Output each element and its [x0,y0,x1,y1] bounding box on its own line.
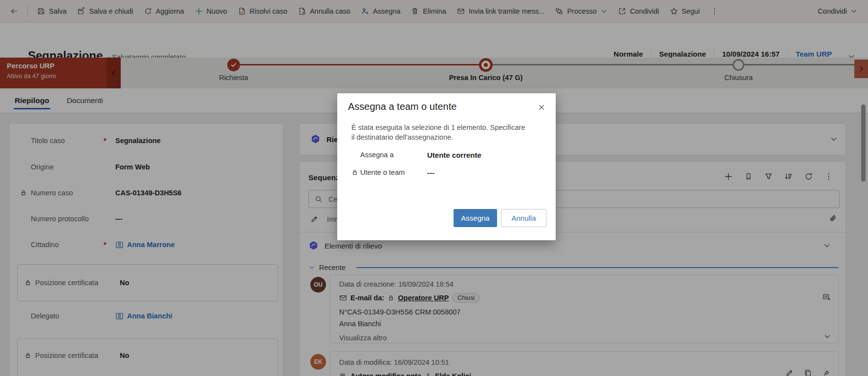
cancel-button[interactable]: Annulla [501,209,546,227]
dialog-message-line2: il destinatario dell'assegnazione. [351,132,525,142]
dialog-buttons: Assegna Annulla [454,209,546,227]
dialog-field-utente-o-team: Utente o team --- [337,167,546,178]
dialog-title: Assegna a team o utente [348,101,456,112]
dialog-message-line1: È stata eseguita la selezione di 1 eleme… [351,123,525,132]
dialog-field-assegna-a: Assegna a Utente corrente [337,149,546,160]
utente-o-team-value: --- [427,168,434,177]
assegna-a-value[interactable]: Utente corrente [427,151,481,159]
dialog-close-button[interactable] [534,100,549,115]
close-icon [538,104,545,111]
dialog-message: È stata eseguita la selezione di 1 eleme… [351,123,525,142]
utente-o-team-label: Utente o team [360,168,405,176]
assegna-a-label: Assegna a [360,151,394,159]
app-window: Salva Salva e chiudi Aggiorna Nuovo Riso… [0,0,868,376]
assign-dialog: Assegna a team o utente È stata eseguita… [337,93,556,240]
assign-confirm-button[interactable]: Assegna [454,209,497,227]
lock-icon [351,169,358,176]
